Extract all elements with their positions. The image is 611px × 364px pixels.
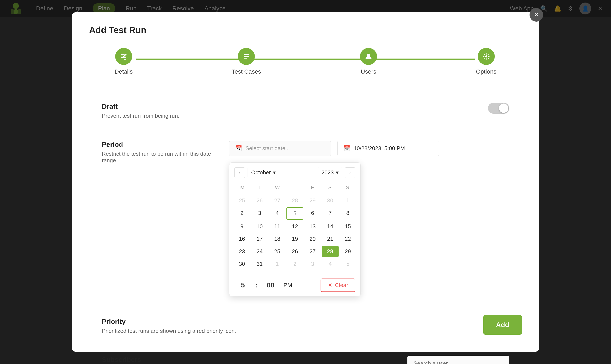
stepper-steps: Details Test Cases — [115, 48, 496, 75]
calendar-month-chevron: ▾ — [273, 169, 276, 176]
modal-content: Draft Prevent test run from being run. P… — [89, 92, 522, 364]
period-description: Restrict the test run to be run within t… — [102, 151, 221, 164]
cal-day[interactable]: 13 — [304, 221, 321, 232]
subscribers-search-input[interactable] — [407, 356, 509, 364]
priority-title: Priority — [102, 318, 509, 325]
end-date-value: 10/28/2023, 5:00 PM — [354, 145, 405, 152]
calendar: ‹ October ▾ 2023 ▾ › — [229, 162, 361, 296]
clear-button[interactable]: ✕ Clear — [321, 278, 355, 292]
cal-day[interactable]: 30 — [234, 258, 250, 270]
time-hour[interactable]: 5 — [234, 281, 251, 289]
cal-day[interactable]: 26 — [286, 246, 303, 257]
step-details-circle — [115, 48, 132, 65]
calendar-year-chevron: ▾ — [336, 169, 338, 176]
priority-section: Priority Prioritized test runs are shown… — [102, 307, 509, 345]
cal-day[interactable]: 21 — [322, 233, 338, 245]
calendar-prev-button[interactable]: ‹ — [234, 167, 245, 178]
svg-point-8 — [485, 55, 487, 57]
cal-day[interactable]: 1 — [339, 195, 356, 206]
cal-day[interactable]: 5 — [339, 258, 356, 270]
calendar-header: ‹ October ▾ 2023 ▾ › — [229, 163, 361, 182]
modal-title: Add Test Run — [89, 25, 522, 35]
end-date-input[interactable]: 📅 10/28/2023, 5:00 PM — [337, 141, 439, 156]
calendar-next-button[interactable]: › — [345, 167, 355, 178]
cal-day[interactable]: 25 — [234, 195, 250, 206]
draft-control — [488, 103, 509, 114]
cal-day[interactable]: 28 — [286, 195, 303, 206]
cal-day[interactable]: 2 — [286, 258, 303, 270]
cal-day[interactable]: 31 — [251, 258, 268, 270]
time-colon: : — [256, 281, 258, 289]
time-minute[interactable]: 00 — [262, 281, 279, 289]
cal-day[interactable]: 14 — [322, 221, 338, 232]
modal-close-button[interactable]: ✕ — [530, 8, 543, 22]
svg-rect-4 — [244, 54, 249, 55]
cal-day[interactable]: 4 — [269, 207, 286, 220]
step-details[interactable]: Details — [115, 48, 133, 75]
cal-day[interactable]: 3 — [251, 207, 268, 220]
cal-day[interactable]: 22 — [339, 233, 356, 245]
period-date-row: 📅 Select start date... 📅 10/28/2023, 5:0… — [229, 141, 509, 156]
draft-toggle[interactable] — [488, 103, 509, 114]
modal-overlay: ✕ Add Test Run Details — [0, 0, 611, 364]
day-header-tue: T — [251, 182, 269, 193]
cal-day[interactable]: 10 — [251, 221, 268, 232]
day-header-mon: M — [234, 182, 251, 193]
cal-day[interactable]: 7 — [322, 207, 338, 220]
cal-day[interactable]: 19 — [286, 233, 303, 245]
day-header-fri: F — [304, 182, 321, 193]
cal-day[interactable]: 16 — [234, 233, 250, 245]
cal-day[interactable]: 26 — [251, 195, 268, 206]
period-info: Period Restrict the test run to be run w… — [102, 141, 221, 164]
cal-day[interactable]: 29 — [339, 246, 356, 257]
svg-rect-6 — [244, 58, 247, 59]
cal-day-selected[interactable]: 28 — [322, 246, 338, 257]
calendar-month-select[interactable]: October ▾ — [247, 167, 315, 178]
cal-day[interactable]: 3 — [304, 258, 321, 270]
cal-day[interactable]: 4 — [322, 258, 338, 270]
toggle-knob — [499, 104, 508, 113]
cal-day[interactable]: 27 — [269, 195, 286, 206]
cal-day[interactable]: 24 — [251, 246, 268, 257]
day-header-sat: S — [321, 182, 339, 193]
calendar-start-icon: 📅 — [235, 145, 242, 152]
cal-day[interactable]: 17 — [251, 233, 268, 245]
cal-day[interactable]: 27 — [304, 246, 321, 257]
cal-day[interactable]: 2 — [234, 207, 250, 220]
cal-day[interactable]: 8 — [339, 207, 356, 220]
subscribers-control — [407, 356, 509, 364]
period-right: 📅 Select start date... 📅 10/28/2023, 5:0… — [229, 141, 509, 296]
add-button[interactable]: Add — [483, 315, 522, 335]
stepper: Details Test Cases — [89, 48, 522, 75]
cal-day[interactable]: 15 — [339, 221, 356, 232]
time-period[interactable]: PM — [284, 282, 292, 289]
calendar-year-select[interactable]: 2023 ▾ — [318, 167, 342, 178]
cal-day[interactable]: 11 — [269, 221, 286, 232]
add-test-run-modal: ✕ Add Test Run Details — [72, 12, 539, 352]
priority-info: Priority Prioritized test runs are shown… — [102, 318, 509, 334]
cal-day[interactable]: 23 — [234, 246, 250, 257]
cal-day[interactable]: 18 — [269, 233, 286, 245]
start-date-input[interactable]: 📅 Select start date... — [229, 141, 331, 156]
cal-day[interactable]: 9 — [234, 221, 250, 232]
step-users[interactable]: Users — [360, 48, 377, 75]
step-options-circle — [478, 48, 495, 65]
day-header-thu: T — [286, 182, 304, 193]
clear-label: Clear — [335, 282, 348, 288]
step-options[interactable]: Options — [476, 48, 497, 75]
cal-day[interactable]: 12 — [286, 221, 303, 232]
cal-day-today[interactable]: 5 — [286, 207, 303, 220]
time-section: 5 : 00 PM ✕ Clear — [229, 274, 361, 296]
calendar-end-icon: 📅 — [343, 145, 350, 152]
cal-day[interactable]: 25 — [269, 246, 286, 257]
cal-day[interactable]: 29 — [304, 195, 321, 206]
step-options-label: Options — [476, 68, 497, 75]
cal-day[interactable]: 20 — [304, 233, 321, 245]
cal-day[interactable]: 1 — [269, 258, 286, 270]
cal-day[interactable]: 6 — [304, 207, 321, 220]
step-test-cases[interactable]: Test Cases — [232, 48, 261, 75]
period-section: Period Restrict the test run to be run w… — [102, 130, 509, 307]
cal-day[interactable]: 30 — [322, 195, 338, 206]
priority-description: Prioritized test runs are shown using a … — [102, 328, 509, 334]
subscribers-info: Subscribers Notify these users when this… — [102, 356, 407, 364]
